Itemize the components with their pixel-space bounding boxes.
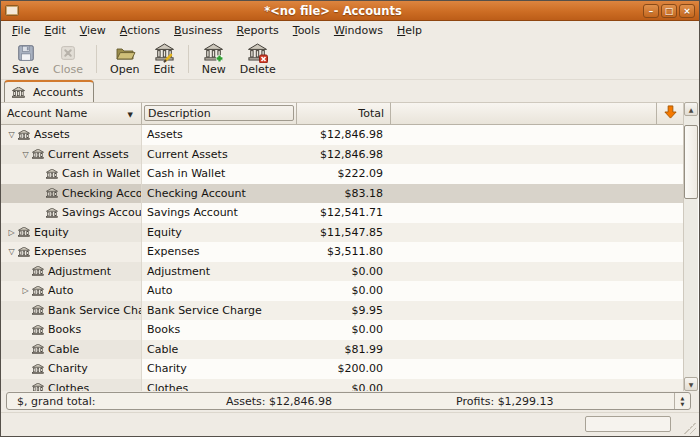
bank-icon (32, 325, 48, 335)
account-name-cell[interactable]: Adjustment (1, 262, 142, 282)
row-filler (391, 340, 684, 360)
account-description-cell[interactable]: Assets (142, 125, 297, 145)
table-row[interactable]: Savings AccountSavings Account$12,541.71 (1, 203, 684, 223)
table-row[interactable]: ▷EquityEquity$11,547.85 (1, 223, 684, 243)
account-name-cell[interactable]: Checking Account (1, 184, 142, 204)
account-description-cell[interactable]: Auto (142, 281, 297, 301)
title-bar[interactable]: *<no file> - Accounts –□× (1, 1, 699, 21)
menu-file[interactable]: File (5, 22, 37, 39)
close-button[interactable]: × (679, 4, 695, 18)
account-description-cell[interactable]: Books (142, 320, 297, 340)
account-description-cell[interactable]: Current Assets (142, 145, 297, 165)
account-name-cell[interactable]: ▷Auto (1, 281, 142, 301)
account-name-cell[interactable]: Savings Account (1, 203, 142, 223)
account-description-cell[interactable]: Checking Account (142, 184, 297, 204)
scroll-up-button[interactable]: ▲ (684, 102, 698, 116)
account-name-cell[interactable]: Clothes (1, 379, 142, 392)
expander-open-icon[interactable]: ▽ (19, 150, 32, 159)
account-total-cell[interactable]: $12,846.98 (297, 145, 391, 165)
account-description-cell[interactable]: Bank Service Charge (142, 301, 297, 321)
spinner-down-icon[interactable]: ▼ (681, 401, 685, 407)
column-header-description[interactable]: Description (142, 102, 297, 125)
column-options-button[interactable] (656, 102, 684, 125)
table-row[interactable]: ▽ExpensesExpenses$3,511.80 (1, 242, 684, 262)
scroll-down-button[interactable]: ▼ (684, 377, 698, 391)
table-row[interactable]: AdjustmentAdjustment$0.00 (1, 262, 684, 282)
menu-reports[interactable]: Reports (230, 22, 286, 39)
expander-open-icon[interactable]: ▽ (5, 130, 18, 139)
table-row[interactable]: ▽AssetsAssets$12,846.98 (1, 125, 684, 145)
account-total-cell[interactable]: $200.00 (297, 359, 391, 379)
account-total-cell[interactable]: $0.00 (297, 320, 391, 340)
account-total-cell[interactable]: $11,547.85 (297, 223, 391, 243)
table-row[interactable]: BooksBooks$0.00 (1, 320, 684, 340)
menu-help[interactable]: Help (390, 22, 429, 39)
vertical-scrollbar[interactable]: ▲ ▼ (683, 102, 698, 391)
minimize-button[interactable]: – (643, 4, 659, 18)
orange-down-arrow-icon (663, 104, 678, 123)
open-button[interactable]: Open (103, 41, 146, 77)
account-total-cell[interactable]: $3,511.80 (297, 242, 391, 262)
account-name-cell[interactable]: ▷Equity (1, 223, 142, 243)
account-description-cell[interactable]: Savings Account (142, 203, 297, 223)
edit-button[interactable]: Edit (146, 41, 181, 77)
account-total-cell[interactable]: $12,846.98 (297, 125, 391, 145)
close-icon (58, 42, 78, 63)
table-row[interactable]: ▽Current AssetsCurrent Assets$12,846.98 (1, 145, 684, 165)
account-description-cell[interactable]: Equity (142, 223, 297, 243)
account-name-cell[interactable]: Books (1, 320, 142, 340)
account-name-cell[interactable]: Cash in Wallet (1, 164, 142, 184)
account-name-cell[interactable]: ▽Assets (1, 125, 142, 145)
column-header-account-name[interactable]: Account Name ▼ (1, 102, 142, 125)
account-total-cell[interactable]: $9.95 (297, 301, 391, 321)
bank-icon (18, 247, 34, 257)
account-name-cell[interactable]: Charity (1, 359, 142, 379)
account-description-cell[interactable]: Charity (142, 359, 297, 379)
new-button[interactable]: New (195, 41, 233, 77)
account-name-cell[interactable]: Bank Service Charge (1, 301, 142, 321)
table-row[interactable]: CableCable$81.99 (1, 340, 684, 360)
save-button[interactable]: Save (5, 41, 46, 77)
table-row[interactable]: ClothesClothes$0.00 (1, 379, 684, 392)
account-total-cell[interactable]: $83.18 (297, 184, 391, 204)
account-description-cell[interactable]: Cash in Wallet (142, 164, 297, 184)
expander-closed-icon[interactable]: ▷ (5, 228, 18, 237)
account-total-cell[interactable]: $0.00 (297, 379, 391, 392)
table-row[interactable]: Cash in WalletCash in Wallet$222.09 (1, 164, 684, 184)
window-menu-icon[interactable] (5, 5, 19, 16)
account-description-cell[interactable]: Adjustment (142, 262, 297, 282)
table-row[interactable]: Checking AccountChecking Account$83.18 (1, 184, 684, 204)
account-name-cell[interactable]: ▽Expenses (1, 242, 142, 262)
menu-tools[interactable]: Tools (286, 22, 327, 39)
account-name-cell[interactable]: ▽Current Assets (1, 145, 142, 165)
resize-grip[interactable] (684, 422, 696, 434)
account-total-cell[interactable]: $0.00 (297, 262, 391, 282)
sort-indicator-icon: ▼ (128, 111, 133, 119)
menu-actions[interactable]: Actions (113, 22, 167, 39)
table-row[interactable]: ▷AutoAuto$0.00 (1, 281, 684, 301)
account-description-cell[interactable]: Expenses (142, 242, 297, 262)
column-header-label: Total (358, 107, 384, 120)
table-row[interactable]: CharityCharity$200.00 (1, 359, 684, 379)
scrollbar-thumb[interactable] (684, 125, 698, 199)
tab-accounts[interactable]: Accounts (4, 80, 94, 102)
account-description-cell[interactable]: Clothes (142, 379, 297, 392)
account-total-cell[interactable]: $12,541.71 (297, 203, 391, 223)
menu-business[interactable]: Business (167, 22, 230, 39)
account-total-cell[interactable]: $81.99 (297, 340, 391, 360)
delete-button[interactable]: Delete (233, 41, 283, 77)
maximize-button[interactable]: □ (661, 4, 677, 18)
row-filler (391, 320, 684, 340)
account-total-cell[interactable]: $222.09 (297, 164, 391, 184)
menu-windows[interactable]: Windows (327, 22, 390, 39)
expander-closed-icon[interactable]: ▷ (19, 286, 32, 295)
account-total-cell[interactable]: $0.00 (297, 281, 391, 301)
expander-open-icon[interactable]: ▽ (5, 247, 18, 256)
menu-view[interactable]: View (73, 22, 113, 39)
column-header-total[interactable]: Total (297, 102, 391, 125)
menu-edit[interactable]: Edit (37, 22, 72, 39)
account-name-cell[interactable]: Cable (1, 340, 142, 360)
account-description-cell[interactable]: Cable (142, 340, 297, 360)
summary-spinner[interactable]: ▲ ▼ (674, 393, 690, 409)
table-row[interactable]: Bank Service ChargeBank Service Charge$9… (1, 301, 684, 321)
